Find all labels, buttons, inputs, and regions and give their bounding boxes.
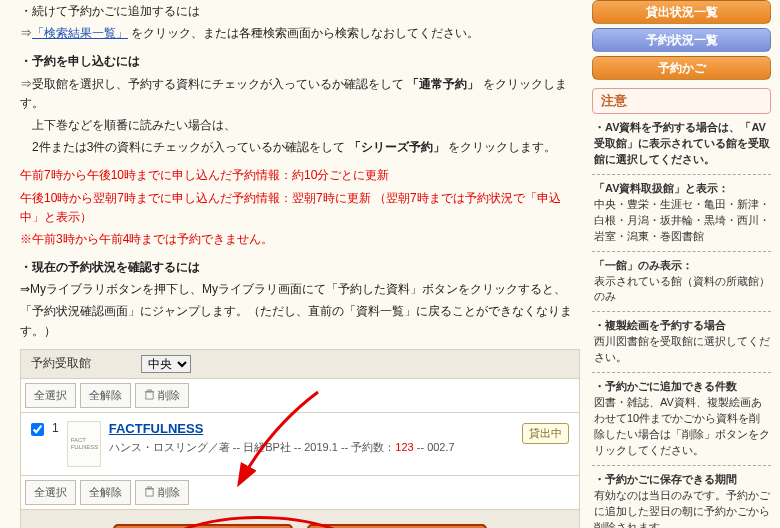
- check-status-a: ⇒Myライブラリボタンを押下し、Myライブラリ画面にて「予約した資料」ボタンをク…: [20, 282, 566, 296]
- cont-add-head: ・続けて予約かごに追加するには: [20, 4, 200, 18]
- red-note-1: 午前7時から午後10時までに申し込んだ予約情報：約10分ごとに更新: [20, 168, 389, 182]
- item-thumbnail: FACT FULNESS: [67, 421, 101, 467]
- cont-add-tail: をクリック、または各種検索画面から検索しなおしてください。: [128, 26, 479, 40]
- loan-status-button[interactable]: 貸出状況一覧: [592, 0, 771, 24]
- howto-reserve-head: ・予約を申し込むには: [20, 54, 140, 68]
- delete-button[interactable]: 削除: [135, 383, 189, 408]
- caution-2a: 「AV資料取扱館」と表示：: [594, 182, 729, 194]
- pickup-label: 予約受取館: [31, 355, 141, 372]
- reserve-status-button[interactable]: 予約状況一覧: [592, 28, 771, 52]
- trash-icon: [144, 486, 155, 497]
- search-results-link[interactable]: 「検索結果一覧」: [32, 26, 128, 40]
- reserve-cart-button[interactable]: 予約かご: [592, 56, 771, 80]
- caution-heading: 注意: [592, 88, 771, 114]
- howto-b: 上下巻などを順番に読みたい場合は、: [20, 118, 236, 132]
- trash-icon: [144, 389, 155, 400]
- check-status-head: ・現在の予約状況を確認するには: [20, 260, 200, 274]
- caution-3b: 表示されている館（資料の所蔵館）のみ: [594, 275, 770, 303]
- item-meta-b: -- 002.7: [414, 441, 455, 453]
- caution-5b: 図書・雑誌、AV資料、複製絵画あわせて10件までかごから資料を削除したい場合は「…: [594, 396, 770, 456]
- howto-c: 2件または3件の資料にチェックが入っているか確認をして: [20, 140, 349, 154]
- normal-reserve-button[interactable]: 通常予約: [113, 524, 293, 528]
- deselect-all-button-2[interactable]: 全解除: [80, 480, 131, 505]
- caution-4a: ・複製絵画を予約する場合: [594, 319, 726, 331]
- item-number: 1: [52, 421, 59, 435]
- status-badge: 貸出中: [522, 423, 569, 444]
- arrow: ⇒: [20, 26, 32, 40]
- reserve-item: 1 FACT FULNESS FACTFULNESS ハンス・ロスリング／著 -…: [20, 413, 580, 476]
- caution-2b: 中央・豊栄・生涯セ・亀田・新津・白根・月潟・坂井輪・黒埼・西川・岩室・潟東・巻図…: [594, 198, 770, 242]
- red-note-2: 午後10時から翌朝7時までに申し込んだ予約情報：翌朝7時に更新 （翌朝7時までは…: [20, 191, 561, 224]
- item-meta-a: ハンス・ロスリング／著 -- 日経BP社 -- 2019.1 -- 予約数：: [109, 441, 396, 453]
- caution-3a: 「一館」のみ表示：: [594, 259, 693, 271]
- delete-button-2[interactable]: 削除: [135, 480, 189, 505]
- caution-5a: ・予約かごに追加できる件数: [594, 380, 737, 392]
- select-all-button-2[interactable]: 全選択: [25, 480, 76, 505]
- normal-reserve-label: 「通常予約」: [407, 77, 479, 91]
- item-reserve-count: 123: [395, 441, 413, 453]
- caution-1: ・AV資料を予約する場合は、「AV受取館」に表示されている館を受取館に選択してく…: [592, 120, 771, 168]
- caution-4b: 西川図書館を受取館に選択してください。: [594, 335, 770, 363]
- caution-6a: ・予約かごに保存できる期間: [594, 473, 737, 485]
- howto-a: ⇒受取館を選択し、予約する資料にチェックが入っているか確認をして: [20, 77, 407, 91]
- check-status-b: 「予約状況確認画面」にジャンプします。（ただし、直前の「資料一覧」に戻ることがで…: [20, 304, 572, 337]
- item-checkbox[interactable]: [31, 423, 44, 436]
- select-all-button[interactable]: 全選択: [25, 383, 76, 408]
- series-reserve-button[interactable]: シリーズ予約: [307, 524, 487, 528]
- series-reserve-label: 「シリーズ予約」: [349, 140, 445, 154]
- caution-6b: 有効なのは当日のみです。予約かごに追加した翌日の朝に予約かごから削除されます。: [594, 489, 770, 528]
- red-note-3: ※午前3時から午前4時までは予約できません。: [20, 232, 273, 246]
- howto-c-tail: をクリックします。: [445, 140, 556, 154]
- pickup-select[interactable]: 中央: [141, 355, 191, 373]
- deselect-all-button[interactable]: 全解除: [80, 383, 131, 408]
- item-title-link[interactable]: FACTFULNESS: [109, 421, 204, 436]
